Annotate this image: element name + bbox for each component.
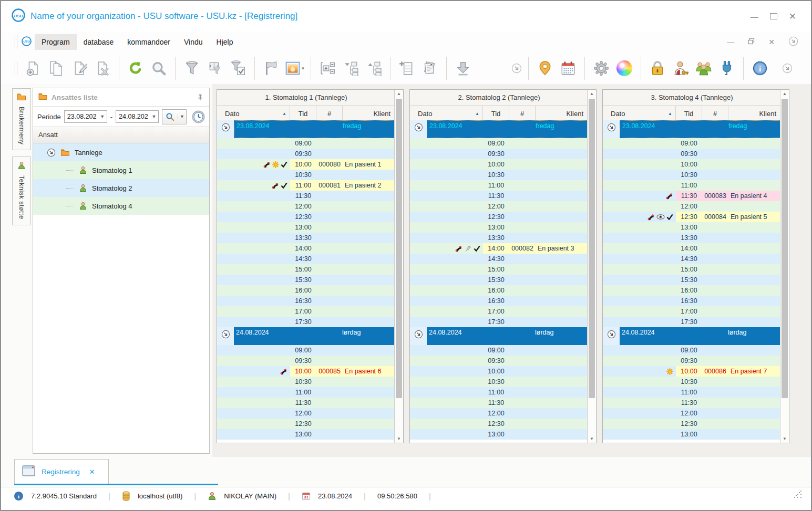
time-slot-row[interactable]: 09:00: [217, 345, 395, 356]
time-slot-row[interactable]: 12:00: [217, 201, 395, 212]
date-banner[interactable]: 23.08.2024fredag: [410, 120, 588, 138]
download-icon[interactable]: [451, 57, 475, 80]
add-column-icon[interactable]: [395, 57, 418, 80]
appointment-row[interactable]: 12:30000084En pasient 5: [603, 212, 781, 222]
date-banner[interactable]: 24.08.2024lørdag: [410, 327, 588, 345]
time-slot-row[interactable]: 09:30: [217, 356, 395, 366]
time-slot-row[interactable]: 13:30: [410, 233, 588, 243]
dropdown-arrow-icon[interactable]: ▾: [302, 66, 304, 71]
header-klient[interactable]: Klient: [343, 106, 395, 121]
date-banner-body[interactable]: 24.08.2024lørdag: [234, 327, 395, 345]
pin-icon[interactable]: [197, 93, 204, 101]
search-icon[interactable]: [147, 57, 170, 80]
time-slot-row[interactable]: 11:30: [217, 191, 395, 201]
date-banner[interactable]: 24.08.2024lørdag: [217, 327, 395, 345]
time-slot-row[interactable]: 14:30: [603, 254, 781, 264]
mdi-restore-button[interactable]: [748, 38, 755, 46]
date-banner-body[interactable]: 23.08.2024fredag: [427, 120, 588, 138]
vertical-scrollbar[interactable]: ▲▼: [780, 90, 789, 443]
flag-icon[interactable]: [260, 57, 283, 80]
menu-overflow-icon[interactable]: [788, 36, 798, 48]
header-dato[interactable]: Dato▲: [410, 106, 483, 121]
menu-item-kommandoer[interactable]: kommandoer: [120, 34, 177, 50]
date-banner-body[interactable]: 23.08.2024fredag: [620, 120, 781, 138]
time-slot-row[interactable]: 09:00: [217, 138, 395, 149]
time-slot-row[interactable]: 17:30: [410, 317, 588, 327]
date-banner[interactable]: 23.08.2024fredag: [217, 120, 395, 138]
header-number[interactable]: #: [702, 106, 728, 121]
header-klient[interactable]: Klient: [728, 106, 781, 121]
date-banner[interactable]: 23.08.2024fredag: [603, 120, 781, 138]
time-slot-row[interactable]: 13:30: [217, 233, 395, 243]
edit-record-icon[interactable]: [68, 57, 91, 80]
date-to-field[interactable]: 24.08.202 ▼: [116, 110, 159, 123]
time-slot-row[interactable]: 13:00: [410, 222, 588, 233]
filter-apply-icon[interactable]: [227, 57, 250, 80]
time-slot-row[interactable]: 14:30: [410, 254, 588, 264]
time-slot-row[interactable]: 09:00: [603, 138, 781, 149]
scroll-thumb[interactable]: [782, 99, 788, 398]
time-slot-row[interactable]: 15:00: [603, 264, 781, 275]
time-slot-row[interactable]: 14:30: [217, 254, 395, 264]
scroll-down-icon[interactable]: ▼: [780, 435, 789, 443]
scroll-thumb[interactable]: [396, 99, 402, 398]
time-slot-row[interactable]: 09:30: [217, 149, 395, 159]
time-slot-row[interactable]: 09:00: [410, 138, 588, 149]
time-slot-row[interactable]: 12:30: [410, 212, 588, 222]
time-slot-row[interactable]: 16:00: [217, 285, 395, 296]
scroll-down-icon[interactable]: ▼: [588, 435, 596, 443]
scroll-thumb[interactable]: [589, 99, 595, 398]
vertical-scrollbar[interactable]: ▲▼: [394, 90, 403, 443]
tree-item-stomatolog-2[interactable]: Stomatolog 2: [33, 179, 209, 197]
time-slot-row[interactable]: 09:30: [603, 149, 781, 159]
header-tid[interactable]: Tid: [290, 106, 316, 121]
time-slot-row[interactable]: 10:00: [410, 159, 588, 170]
new-record-icon[interactable]: [22, 57, 45, 80]
date-banner-body[interactable]: 23.08.2024fredag: [234, 120, 395, 138]
time-slot-row[interactable]: 12:30: [410, 419, 588, 429]
time-slot-row[interactable]: 11:00: [217, 387, 395, 398]
time-slot-row[interactable]: 12:00: [217, 408, 395, 419]
users-group-icon[interactable]: [692, 57, 715, 80]
time-slot-row[interactable]: 11:00: [410, 387, 588, 398]
time-slot-row[interactable]: 10:30: [217, 377, 395, 387]
time-slot-row[interactable]: 13:00: [603, 429, 781, 440]
time-slot-row[interactable]: 12:00: [603, 201, 781, 212]
time-slot-row[interactable]: 13:00: [217, 222, 395, 233]
delete-record-icon[interactable]: [91, 57, 114, 80]
time-slot-row[interactable]: 16:30: [603, 296, 781, 306]
chevron-down-icon[interactable]: ▼: [150, 114, 158, 119]
time-slot-row[interactable]: 10:30: [410, 377, 588, 387]
time-slot-row[interactable]: 13:00: [603, 222, 781, 233]
time-slot-row[interactable]: 11:00: [410, 180, 588, 191]
scroll-up-icon[interactable]: ▲: [780, 90, 789, 98]
circle-arrow-icon[interactable]: [221, 330, 230, 339]
time-slot-row[interactable]: 09:30: [410, 356, 588, 366]
lock-icon[interactable]: [646, 57, 669, 80]
refresh-icon[interactable]: [124, 57, 147, 80]
minimize-button[interactable]: —: [751, 13, 758, 20]
circle-arrow-icon[interactable]: [414, 123, 423, 132]
filter-panel-icon[interactable]: [203, 57, 227, 80]
time-slot-row[interactable]: 15:00: [217, 264, 395, 275]
time-slot-row[interactable]: 15:30: [217, 275, 395, 285]
date-banner-body[interactable]: 24.08.2024lørdag: [620, 327, 781, 345]
chevron-down-icon[interactable]: ▼: [98, 114, 107, 119]
side-tab-brukermeny[interactable]: Brukermeny: [12, 88, 31, 150]
time-slot-row[interactable]: 12:00: [603, 408, 781, 419]
time-slot-row[interactable]: 17:30: [603, 317, 781, 327]
time-slot-row[interactable]: 10:30: [603, 377, 781, 387]
mdi-minimize-button[interactable]: —: [727, 38, 734, 46]
collapse-tree-icon[interactable]: [339, 57, 362, 80]
time-slot-row[interactable]: 10:30: [603, 170, 781, 180]
tree-item-tannlege[interactable]: Tannlege: [33, 143, 209, 161]
maximize-button[interactable]: [770, 13, 777, 19]
time-slot-row[interactable]: 12:00: [410, 408, 588, 419]
expand-groups-icon[interactable]: [316, 57, 339, 80]
time-slot-row[interactable]: 13:00: [217, 429, 395, 440]
date-banner[interactable]: 24.08.2024lørdag: [603, 327, 781, 345]
time-slot-row[interactable]: 12:30: [603, 419, 781, 429]
mdi-close-button[interactable]: ✕: [768, 38, 775, 46]
circle-arrow-icon[interactable]: [414, 330, 423, 339]
time-slot-row[interactable]: 10:30: [217, 170, 395, 180]
